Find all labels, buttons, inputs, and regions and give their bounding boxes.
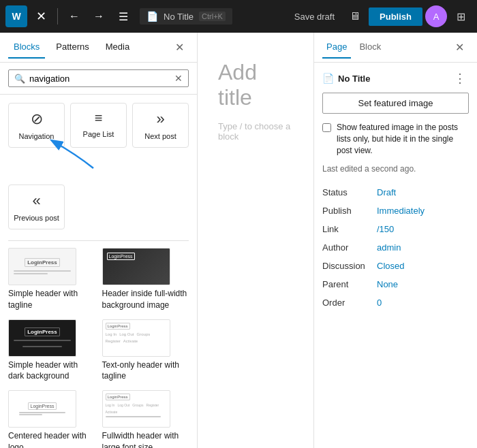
toolbar: W ✕ ← → ☰ 📄 No Title Ctrl+K Save draft 🖥… [0,0,477,33]
pattern-item-dark-header[interactable]: LoginPress Simple header with dark backg… [8,319,95,383]
meta-key-publish: Publish [322,202,377,220]
set-featured-image-button[interactable]: Set featured image [322,93,469,114]
featured-check-row: Show featured image in the posts lists o… [322,122,469,156]
pattern-thumb-header-fullwidth: LoginPress [102,248,170,285]
meta-value-author[interactable]: admin [377,242,401,253]
pattern-item-text-only[interactable]: LoginPress Log In Log Out Groups Registe… [102,319,189,383]
meta-table: Status Draft Publish Immediately Link /1… [322,183,469,312]
page-menu-button[interactable]: ⋮ [451,71,469,86]
page-title-text: No Title [338,74,447,84]
doc-icon: 📄 [147,11,158,22]
block-item-prev-post[interactable]: « Previous post [8,185,65,229]
featured-check-text: Show featured image in the posts lists o… [337,122,469,156]
pattern-row-2: LoginPress Simple header with dark backg… [8,319,189,383]
meta-key-order: Order [322,293,377,312]
meta-row-parent: Parent None [322,275,469,293]
pattern-label-header-fullwidth: Header inside full-width background imag… [102,285,189,311]
navigation-block-icon: ⊘ [31,110,43,128]
meta-key-discussion: Discussion [322,257,377,275]
blocks-grid-row2: « Previous post [8,185,189,229]
meta-row-link: Link /150 [322,220,469,238]
tab-block[interactable]: Block [355,36,385,59]
meta-value-publish[interactable]: Immediately [377,206,425,216]
pattern-item-header-fullwidth[interactable]: LoginPress Header inside full-width back… [102,248,189,311]
pattern-item-simple-header[interactable]: LoginPress Simple header with tagline [8,248,95,311]
search-clear-button[interactable]: ✕ [174,73,183,84]
meta-row-status: Status Draft [322,183,469,202]
meta-value-status[interactable]: Draft [377,187,396,197]
pattern-thumb-fullwidth: LoginPress Log In Log Out Groups Registe… [102,390,170,428]
pattern-item-fullwidth[interactable]: LoginPress Log In Log Out Groups Registe… [102,390,189,448]
pattern-centered-logo: LoginPress [28,402,56,410]
pattern-label-simple-header: Simple header with tagline [8,285,95,311]
tab-page[interactable]: Page [322,36,351,59]
meta-row-discussion: Discussion Closed [322,257,469,275]
page-title-row: 📄 No Title ⋮ [322,71,469,86]
search-box: 🔍 ✕ [8,69,189,87]
left-panel-close[interactable]: ✕ [170,38,189,57]
blue-arrow-annotation [29,134,110,172]
meta-value-link[interactable]: /150 [377,224,394,234]
settings-view-button[interactable]: ⊞ [450,5,472,27]
page-list-block-icon: ≡ [95,110,103,126]
list-view-button[interactable]: ☰ [112,5,134,27]
right-panel-close[interactable]: ✕ [450,38,469,57]
search-icon: 🔍 [14,74,25,84]
pattern-item-centered[interactable]: LoginPress Centered header with logo [8,390,95,448]
pattern-row-3: LoginPress Centered header with logo Log… [8,390,189,448]
publish-button[interactable]: Publish [369,7,422,26]
save-draft-button[interactable]: Save draft [288,7,341,26]
pattern-row-1: LoginPress Simple header with tagline Lo… [8,248,189,311]
shortcut-hint: Ctrl+K [199,12,226,21]
user-avatar-button[interactable]: A [425,5,447,27]
add-title[interactable]: Add title [218,60,293,110]
pattern-label-centered: Centered header with logo [8,428,95,448]
meta-key-link: Link [322,220,377,238]
blocks-area: ⊘ Navigation ≡ Page List » Next post [0,95,197,448]
pattern-fw-logo: LoginPress [106,394,130,400]
meta-row-order: Order 0 [322,293,469,312]
pattern-logo-dark: LoginPress [107,253,135,260]
pattern-thumb-centered: LoginPress [8,390,76,428]
main-layout: Blocks Patterns Media ✕ 🔍 ✕ ⊘ Navigation [0,33,477,448]
right-panel-content: 📄 No Title ⋮ Set featured image Show fea… [314,63,477,448]
right-tabs-row: Page Block ✕ [314,33,477,63]
tab-blocks[interactable]: Blocks [8,36,45,59]
featured-image-checkbox[interactable] [322,123,331,132]
wp-logo-button[interactable]: W [5,5,27,27]
next-post-block-label: Next post [144,132,176,140]
meta-key-status: Status [322,183,377,202]
tab-patterns[interactable]: Patterns [50,36,94,59]
meta-value-parent[interactable]: None [377,279,398,289]
undo-button[interactable]: ← [63,5,85,27]
type-hint: Type / to choose a block [218,121,293,142]
arrow-annotation-area [8,148,189,182]
prev-post-block-icon: « [32,192,40,210]
pattern-label-dark-header: Simple header with dark background [8,357,95,383]
pattern-lines [14,269,70,276]
meta-value-order[interactable]: 0 [377,298,382,308]
pattern-logo: LoginPress [25,258,60,267]
tab-media[interactable]: Media [100,36,135,59]
center-content: Add title Type / to choose a block [198,33,313,448]
redo-button[interactable]: → [88,5,110,27]
left-tabs-row: Blocks Patterns Media ✕ [0,33,197,63]
pattern-dark-logo: LoginPress [25,327,60,336]
pattern-label-text-only: Text-only header with tagline [102,357,189,383]
pattern-thumb-simple-header: LoginPress [8,248,76,285]
meta-value-discussion[interactable]: Closed [377,261,404,271]
doc-title-button[interactable]: 📄 No Title Ctrl+K [140,8,232,25]
right-panel: Page Block ✕ 📄 No Title ⋮ Set featured i… [313,33,477,448]
pattern-label-fullwidth: Fullwidth header with large font size [102,428,189,448]
page-doc-icon: 📄 [322,73,334,84]
close-button[interactable]: ✕ [30,5,52,27]
last-edited-text: Last edited a second ago. [322,164,469,174]
patterns-section: LoginPress Simple header with tagline Lo… [8,240,189,448]
preview-button[interactable]: 🖥 [344,5,366,27]
search-input[interactable] [29,74,170,84]
next-post-block-icon: » [156,110,164,128]
meta-key-parent: Parent [322,275,377,293]
left-panel: Blocks Patterns Media ✕ 🔍 ✕ ⊘ Navigation [0,33,198,448]
doc-title-text: No Title [164,12,194,22]
block-item-next-post[interactable]: » Next post [132,103,189,148]
